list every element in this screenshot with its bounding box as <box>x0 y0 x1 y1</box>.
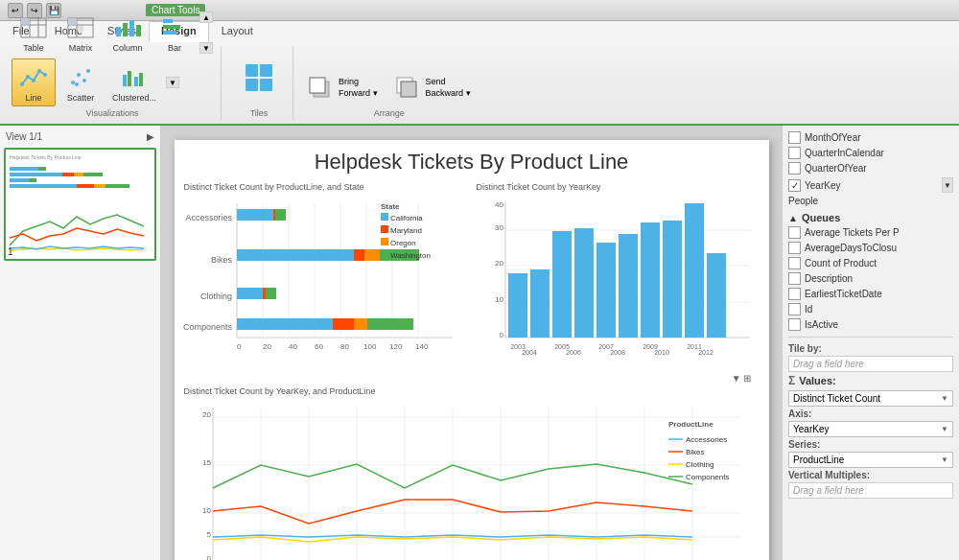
canvas-area[interactable]: Helpdesk Tickets By Product Line Distinc… <box>161 126 782 560</box>
table-icon <box>18 12 49 43</box>
matrix-btn[interactable]: Matrix <box>58 9 103 57</box>
people-label: People <box>788 196 818 206</box>
svg-text:100: 100 <box>363 342 377 351</box>
nav-arrow[interactable]: ▶ <box>147 131 154 142</box>
bar-chart-label: Distinct Ticket Count by ProductLine, an… <box>184 182 467 192</box>
tiles-btn[interactable] <box>237 49 281 106</box>
scroll-up-btn[interactable]: ▲ <box>199 12 213 23</box>
svg-rect-75 <box>237 209 273 221</box>
svg-rect-30 <box>139 73 143 86</box>
tileby-field[interactable]: Drag a field here <box>788 356 953 372</box>
quarterincalendar-checkbox[interactable] <box>788 147 801 159</box>
countproduct-label: Count of Product <box>805 258 877 268</box>
line-chart-section: Distinct Ticket Count by YearKey, and Pr… <box>184 386 760 560</box>
svg-text:Clothing: Clothing <box>686 460 713 469</box>
vertical-multiples-field[interactable]: Drag a field here <box>788 482 953 499</box>
svg-text:10: 10 <box>495 295 503 304</box>
bar-btn[interactable]: Bar <box>152 9 197 57</box>
table-btn[interactable]: Table <box>12 9 56 57</box>
description-checkbox[interactable] <box>788 272 801 285</box>
clustered-label: Clustered... <box>112 93 156 103</box>
svg-rect-42 <box>38 167 46 171</box>
svg-rect-27 <box>123 75 127 86</box>
slide-thumbnail[interactable]: Helpdesk Tickets By Product Line <box>4 148 156 261</box>
svg-point-23 <box>77 73 81 77</box>
avgtickets-label: Average Tickets Per P <box>805 227 900 238</box>
tab-layout[interactable]: Layout <box>209 21 266 42</box>
ribbon: File Home Styles Design Layout Table <box>0 21 959 126</box>
column-chart-section: Distinct Ticket Count by YearKey 0 10 20… <box>477 182 760 369</box>
svg-rect-45 <box>74 173 83 176</box>
svg-rect-111 <box>552 231 572 338</box>
svg-rect-117 <box>685 203 704 338</box>
svg-rect-16 <box>163 31 176 35</box>
svg-rect-85 <box>266 288 276 299</box>
description-label: Description <box>805 273 853 284</box>
axis-field[interactable]: YearKey ▼ <box>788 421 953 437</box>
svg-rect-78 <box>275 209 286 221</box>
countproduct-checkbox[interactable] <box>788 257 801 269</box>
bar-label: Bar <box>168 43 181 53</box>
svg-rect-13 <box>136 25 141 36</box>
svg-rect-84 <box>263 288 266 299</box>
scroll-down-btn[interactable]: ▼ <box>199 42 213 54</box>
scroll-more-btn[interactable]: ▼ <box>166 77 179 88</box>
monthofyear-checkbox[interactable] <box>788 131 801 144</box>
id-checkbox[interactable] <box>788 303 801 315</box>
series-dropdown-arrow[interactable]: ▼ <box>941 455 948 464</box>
svg-rect-94 <box>381 238 388 245</box>
earliestticket-checkbox[interactable] <box>788 288 801 300</box>
svg-rect-33 <box>246 79 258 91</box>
series-field[interactable]: ProductLine ▼ <box>788 452 953 468</box>
scatter-label: Scatter <box>67 93 95 103</box>
avgdays-checkbox[interactable] <box>788 242 801 254</box>
svg-text:20: 20 <box>263 342 271 351</box>
slide-number: 1 <box>8 246 13 257</box>
svg-text:2004: 2004 <box>522 349 537 356</box>
line-btn[interactable]: Line <box>12 58 56 106</box>
line-chart-svg: 0 5 10 15 20 <box>184 398 769 560</box>
bring-forward-icon <box>308 74 335 103</box>
scatter-btn[interactable]: Scatter <box>58 58 103 106</box>
svg-text:Accessories: Accessories <box>686 435 727 444</box>
values-dropdown-arrow[interactable]: ▼ <box>941 394 948 403</box>
svg-rect-41 <box>10 167 38 171</box>
slide-nav: View 1/1 ▶ <box>4 129 156 144</box>
column-btn[interactable]: Column <box>105 9 150 57</box>
field-earliestticket: EarliestTicketDate <box>788 288 953 300</box>
svg-rect-34 <box>260 79 272 91</box>
svg-text:0: 0 <box>206 554 211 560</box>
svg-rect-31 <box>246 64 258 77</box>
send-backward-btn[interactable]: SendBackward ▾ <box>388 70 478 106</box>
axis-dropdown-arrow[interactable]: ▼ <box>941 425 948 433</box>
clustered-btn[interactable]: Clustered... <box>105 58 163 106</box>
svg-point-22 <box>71 81 75 84</box>
svg-text:Components: Components <box>182 322 232 332</box>
svg-rect-50 <box>77 184 94 188</box>
svg-rect-113 <box>596 243 616 338</box>
queues-header[interactable]: ▲ Queues <box>788 212 953 223</box>
svg-rect-114 <box>619 234 638 338</box>
field-quarterincalendar: QuarterInCalendar <box>788 147 953 159</box>
svg-text:California: California <box>390 214 423 222</box>
field-monthofyear: MonthOfYear <box>788 131 953 144</box>
avgtickets-checkbox[interactable] <box>788 226 801 239</box>
bring-forward-label: BringForward ▾ <box>339 77 378 99</box>
isactive-checkbox[interactable] <box>788 318 801 331</box>
filter-icon[interactable]: ▼ ⊞ <box>732 373 752 384</box>
table-label: Table <box>23 43 44 53</box>
quarterofyear-checkbox[interactable] <box>788 162 801 175</box>
svg-rect-44 <box>62 173 74 176</box>
yearkey-checkbox[interactable]: ✓ <box>788 179 801 192</box>
yearkey-dropdown[interactable]: ▼ <box>942 177 953 193</box>
bar-chart-svg: Accessories Bikes Clothing Components 0 … <box>184 194 467 362</box>
avgdays-label: AverageDaysToClosu <box>805 243 897 253</box>
values-field[interactable]: Distinct Ticket Count ▼ <box>788 390 953 407</box>
view-label: View 1/1 <box>6 131 42 142</box>
svg-point-24 <box>82 79 86 82</box>
vertical-multiples-label: Vertical Multiples: <box>788 470 953 480</box>
values-label: Values: <box>799 375 836 386</box>
bring-forward-btn[interactable]: BringForward ▾ <box>301 70 385 106</box>
values-header: Σ Values: <box>788 374 953 387</box>
field-description: Description <box>788 272 953 285</box>
